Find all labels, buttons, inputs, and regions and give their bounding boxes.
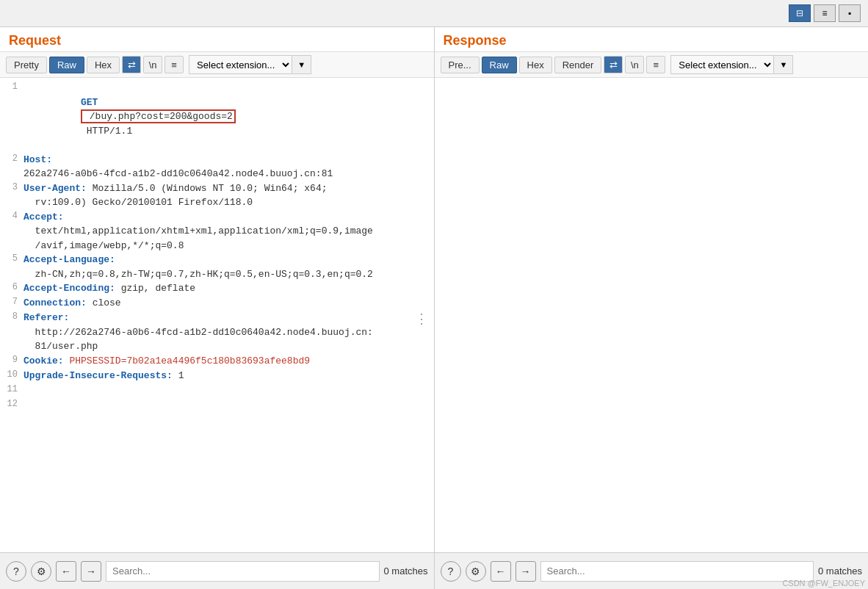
tab-hex-resp[interactable]: Hex (519, 57, 552, 73)
line-6: 6 Accept-Encoding: gzip, deflate (0, 281, 434, 296)
line-num-6: 6 (3, 281, 18, 296)
next-btn-resp[interactable]: → (516, 561, 536, 582)
line-content-3: User-Agent: Mozilla/5.0 (Windows NT 10.0… (23, 181, 431, 210)
context-menu-dots[interactable]: ⋮ (415, 311, 428, 327)
line-content-8: Referer: http://262a2746-a0b6-4fcd-a1b2-… (23, 311, 431, 354)
accept-lang-key: Accept-Language: (23, 254, 115, 265)
response-content (435, 78, 869, 552)
matches-resp: 0 matches (818, 565, 862, 577)
line-12: 12 (0, 398, 434, 413)
line-content-12 (23, 398, 431, 413)
next-btn-req[interactable]: → (81, 561, 101, 582)
tab-pre[interactable]: Pre... (441, 57, 480, 73)
line-11: 11 (0, 383, 434, 398)
line-10: 10 Upgrade-Insecure-Requests: 1 (0, 369, 434, 383)
view-split-btn[interactable]: ⊟ (789, 4, 811, 22)
line-content-2: Host: 262a2746-a0b6-4fcd-a1b2-dd10c0640a… (23, 153, 431, 181)
request-toolbar: Pretty Raw Hex ⇄ \n ≡ Select extension..… (0, 51, 434, 78)
request-search-bar: ? ⚙ ← → 0 matches (0, 553, 435, 589)
request-content: 1 GET /buy.php?cost=200&goods=2 HTTP/1.1… (0, 78, 434, 552)
help-btn-req[interactable]: ? (6, 561, 26, 582)
request-panel: Request Pretty Raw Hex ⇄ \n ≡ Select ext… (0, 27, 435, 552)
method: GET (81, 97, 98, 108)
tab-render-resp[interactable]: Render (554, 57, 602, 73)
panels: Request Pretty Raw Hex ⇄ \n ≡ Select ext… (0, 27, 868, 552)
response-search-bar: ? ⚙ ← → 0 matches CSDN @FW_ENJOEY (435, 553, 869, 589)
select-extension-resp[interactable]: Select extension... ▼ (670, 55, 793, 74)
cookie-val: PHPSESSID=7b02a1ea4496f5c180b83693afee8b… (69, 355, 310, 366)
wrap-icon-resp[interactable]: ⇄ (604, 56, 623, 73)
line-num-10: 10 (3, 369, 18, 383)
line-num-7: 7 (3, 296, 18, 311)
line-2: 2 Host: 262a2746-a0b6-4fcd-a1b2-dd10c064… (0, 153, 434, 181)
line-num-4: 4 (3, 210, 18, 253)
connection-key: Connection: (23, 297, 87, 308)
menu-icon-resp[interactable]: ≡ (646, 56, 665, 73)
tab-raw-resp[interactable]: Raw (482, 57, 517, 73)
select-extension[interactable]: Select extension... ▼ (189, 55, 311, 74)
request-title: Request (0, 27, 434, 51)
upgrade-key: Upgrade-Insecure-Requests: (23, 370, 173, 381)
watermark: CSDN @FW_ENJOEY (782, 579, 865, 588)
response-panel: Response Pre... Raw Hex Render ⇄ \n ≡ Se… (435, 27, 869, 552)
wrap-icon[interactable]: ⇄ (122, 56, 141, 73)
newline-icon[interactable]: \n (143, 56, 162, 73)
line-7: 7 Connection: close (0, 296, 434, 311)
line-3: 3 User-Agent: Mozilla/5.0 (Windows NT 10… (0, 181, 434, 210)
extension-select[interactable]: Select extension... (189, 55, 292, 74)
accept-enc-key: Accept-Encoding: (23, 283, 115, 294)
search-input-req[interactable] (106, 561, 380, 582)
line-5: 5 Accept-Language: zh-CN,zh;q=0.8,zh-TW;… (0, 253, 434, 281)
accept-key: Accept: (23, 212, 64, 223)
response-title: Response (435, 27, 869, 51)
line-9: 9 Cookie: PHPSESSID=7b02a1ea4496f5c180b8… (0, 354, 434, 369)
extension-select-resp[interactable]: Select extension... (670, 55, 774, 74)
line-content-4: Accept: text/html,application/xhtml+xml,… (23, 210, 431, 253)
top-bar: ⊟ ≡ ▪ (0, 0, 868, 27)
line-4: 4 Accept: text/html,application/xhtml+xm… (0, 210, 434, 253)
referer-key: Referer: (23, 312, 69, 323)
url-highlight: /buy.php?cost=200&goods=2 (81, 109, 236, 123)
line-content-10: Upgrade-Insecure-Requests: 1 (23, 369, 431, 383)
line-1: 1 GET /buy.php?cost=200&goods=2 HTTP/1.1 (0, 81, 434, 153)
line-num-12: 12 (3, 398, 18, 413)
line-num-2: 2 (3, 153, 18, 181)
http-version: HTTP/1.1 (81, 126, 132, 137)
extension-dropdown-btn[interactable]: ▼ (292, 55, 311, 74)
line-content-1: GET /buy.php?cost=200&goods=2 HTTP/1.1 (23, 81, 431, 153)
cookie-key: Cookie: (23, 355, 64, 366)
settings-btn-resp[interactable]: ⚙ (466, 561, 486, 582)
bottom-bar: ? ⚙ ← → 0 matches ? ⚙ ← → 0 matches CSDN… (0, 552, 868, 589)
tab-pretty[interactable]: Pretty (6, 57, 47, 73)
line-content-11 (23, 383, 431, 398)
view-single-btn[interactable]: ▪ (839, 4, 861, 22)
menu-icon[interactable]: ≡ (164, 56, 184, 73)
response-toolbar: Pre... Raw Hex Render ⇄ \n ≡ Select exte… (435, 51, 869, 78)
line-num-5: 5 (3, 253, 18, 281)
line-num-1: 1 (3, 81, 18, 153)
ua-key: User-Agent: (23, 183, 87, 194)
line-content-5: Accept-Language: zh-CN,zh;q=0.8,zh-TW;q=… (23, 253, 431, 281)
view-horiz-btn[interactable]: ≡ (814, 4, 836, 22)
newline-icon-resp[interactable]: \n (625, 56, 644, 73)
help-btn-resp[interactable]: ? (441, 561, 461, 582)
line-content-7: Connection: close (23, 296, 431, 311)
line-8: 8 Referer: http://262a2746-a0b6-4fcd-a1b… (0, 311, 434, 354)
search-input-resp[interactable] (540, 561, 814, 582)
host-key: Host: (23, 154, 52, 165)
extension-dropdown-btn-resp[interactable]: ▼ (774, 55, 793, 74)
tab-hex[interactable]: Hex (87, 57, 120, 73)
line-content-6: Accept-Encoding: gzip, deflate (23, 281, 431, 296)
line-content-9: Cookie: PHPSESSID=7b02a1ea4496f5c180b836… (23, 354, 431, 369)
prev-btn-req[interactable]: ← (56, 561, 76, 582)
tab-raw[interactable]: Raw (49, 57, 84, 73)
line-num-9: 9 (3, 354, 18, 369)
line-num-3: 3 (3, 181, 18, 210)
prev-btn-resp[interactable]: ← (491, 561, 511, 582)
line-num-8: 8 (3, 311, 18, 354)
line-num-11: 11 (3, 383, 18, 398)
matches-req: 0 matches (384, 565, 428, 577)
settings-btn-req[interactable]: ⚙ (31, 561, 51, 582)
